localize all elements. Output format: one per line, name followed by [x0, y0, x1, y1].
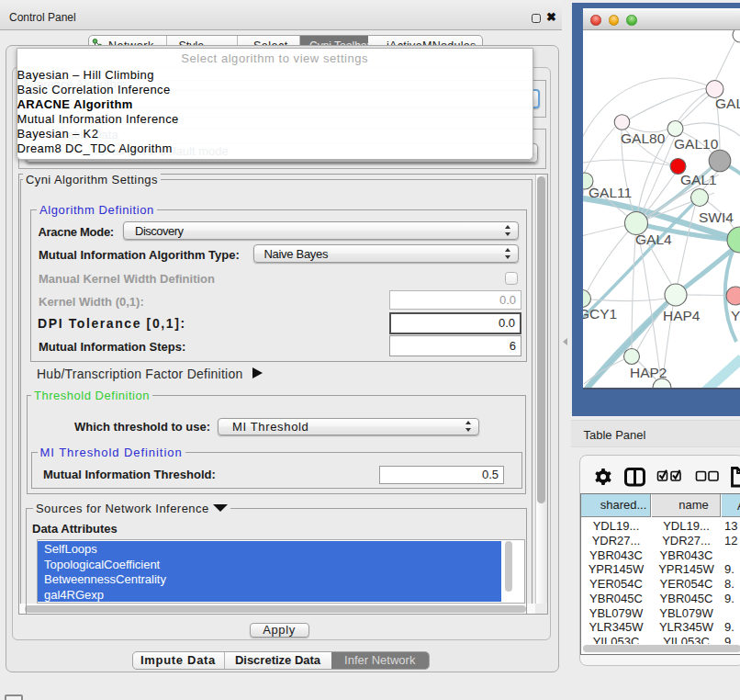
svg-text:GAL80: GAL80 — [621, 130, 666, 146]
svg-text:HAP2: HAP2 — [630, 365, 667, 380]
svg-text:GAL4: GAL4 — [635, 231, 672, 247]
svg-text:GAL10: GAL10 — [674, 136, 719, 152]
svg-text:SWI4: SWI4 — [699, 209, 734, 225]
svg-text:GCY1: GCY1 — [583, 306, 618, 322]
svg-text:GAL11: GAL11 — [589, 185, 632, 200]
svg-text:GAL1: GAL1 — [680, 172, 717, 187]
svg-text:YB: YB — [731, 308, 740, 323]
svg-text:GAL2: GAL2 — [715, 96, 740, 111]
svg-text:HAP4: HAP4 — [663, 308, 701, 323]
